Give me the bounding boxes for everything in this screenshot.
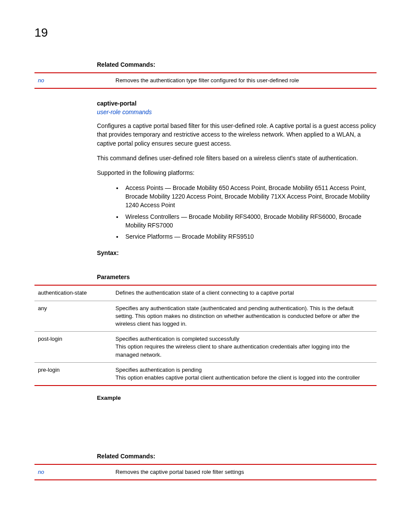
related-commands-heading-1: Related Commands: xyxy=(97,61,377,68)
captive-portal-heading: captive-portal xyxy=(97,100,377,107)
cmd-desc: Removes the authentication type filter c… xyxy=(112,73,377,88)
user-role-commands-link[interactable]: user-role commands xyxy=(97,109,377,115)
related-commands-table-1: no Removes the authentication type filte… xyxy=(34,72,377,89)
param-name: post-login xyxy=(34,332,112,363)
para-3: Supported in the following platforms: xyxy=(97,168,377,177)
list-item: Wireless Controllers — Brocade Mobility … xyxy=(123,212,377,230)
related-commands-heading-2: Related Commands: xyxy=(97,453,377,460)
no-link-1[interactable]: no xyxy=(38,77,44,84)
table-row: pre-login Specifies authentication is pe… xyxy=(34,362,377,386)
list-item: Access Points — Brocade Mobility 650 Acc… xyxy=(123,184,377,210)
no-link-2[interactable]: no xyxy=(38,469,44,475)
table-row: any Specifies any authentication state (… xyxy=(34,301,377,332)
param-desc: Specifies any authentication state (auth… xyxy=(112,301,377,332)
table-row: post-login Specifies authentication is c… xyxy=(34,332,377,363)
syntax-heading: Syntax: xyxy=(97,249,377,256)
param-name: pre-login xyxy=(34,362,112,386)
param-desc: Specifies authentication is completed su… xyxy=(112,332,377,363)
platform-list: Access Points — Brocade Mobility 650 Acc… xyxy=(123,184,377,241)
example-heading: Example xyxy=(97,395,377,401)
param-name: any xyxy=(34,301,112,332)
related-commands-table-2: no Removes the captive portal based role… xyxy=(34,464,377,480)
parameters-heading: Parameters xyxy=(97,274,377,280)
para-2: This command defines user-defined role f… xyxy=(97,154,377,162)
param-desc: Defines the authentication state of a cl… xyxy=(112,285,377,301)
param-desc: Specifies authentication is pendingThis … xyxy=(112,362,377,386)
list-item: Service Platforms — Brocade Mobility RFS… xyxy=(123,232,377,241)
parameters-table: authentication-state Defines the authent… xyxy=(34,285,377,386)
page-number: 19 xyxy=(34,26,377,40)
table-row: no Removes the authentication type filte… xyxy=(34,73,377,88)
cmd-desc: Removes the captive portal based role fi… xyxy=(112,464,377,480)
table-row: no Removes the captive portal based role… xyxy=(34,464,377,480)
para-1: Configures a captive portal based filter… xyxy=(97,121,377,148)
table-row: authentication-state Defines the authent… xyxy=(34,285,377,301)
param-name: authentication-state xyxy=(34,285,112,301)
